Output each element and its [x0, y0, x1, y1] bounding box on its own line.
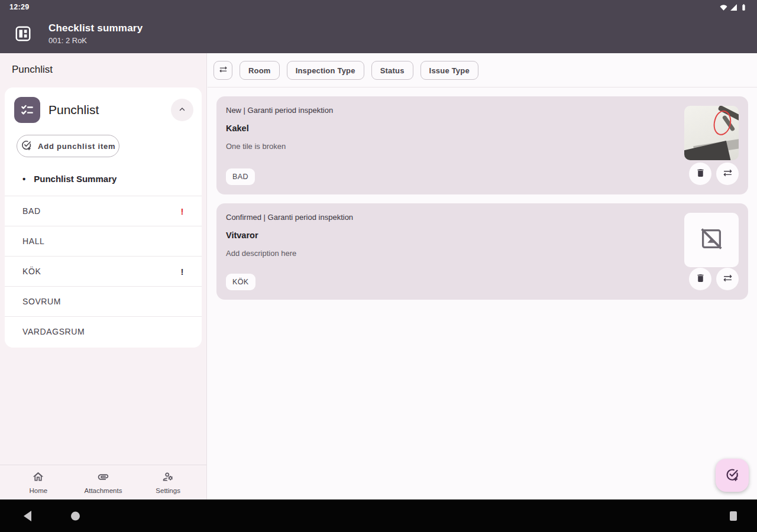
sidebar: Punchlist Punchlist — [0, 53, 207, 499]
card-actions — [689, 268, 739, 290]
room-label: KÖK — [22, 267, 41, 276]
trash-icon — [695, 273, 706, 285]
add-task-icon — [725, 468, 739, 484]
nav-label: Settings — [156, 487, 180, 494]
card-actions — [689, 163, 739, 185]
room-label: HALL — [22, 236, 44, 246]
room-row-hall[interactable]: HALL — [5, 226, 202, 257]
item-description: Add description here — [226, 249, 682, 258]
manage-accounts-icon — [162, 471, 174, 485]
checklist-icon — [14, 97, 40, 123]
filter-chip-row: Room Inspection Type Status Issue Type — [208, 53, 757, 82]
app-bar: Checklist summary 001: 2 RoK — [0, 14, 757, 53]
android-back-button[interactable] — [24, 511, 31, 521]
collapse-punchlist-button[interactable] — [171, 99, 193, 121]
room-label: SOVRUM — [22, 297, 61, 306]
sort-filter-chip[interactable] — [213, 61, 232, 80]
nav-label: Attachments — [85, 487, 122, 494]
add-punchlist-item-label: Add punchlist item — [38, 142, 115, 151]
cell-signal-icon — [730, 4, 737, 11]
item-status: New | Garanti period inspektion — [226, 106, 682, 115]
swap-arrows-icon — [723, 168, 733, 180]
delete-item-button[interactable] — [689, 268, 711, 290]
room-row-kok[interactable]: KÖK ! — [5, 257, 202, 287]
alert-badge: ! — [180, 206, 184, 216]
bottom-navigation: Home Attachments Settings — [0, 465, 206, 499]
item-title: Vitvaror — [226, 231, 682, 240]
chevron-up-icon — [178, 105, 186, 115]
swap-arrows-icon — [723, 273, 733, 285]
item-room-chip[interactable]: KÖK — [226, 274, 255, 290]
delete-item-button[interactable] — [689, 163, 711, 185]
no-image-icon — [698, 225, 725, 255]
dashboard-icon[interactable] — [14, 25, 32, 43]
card-text-column: Confirmed | Garanti period inspektion Vi… — [226, 213, 682, 290]
home-icon — [32, 471, 44, 485]
app-screen: 12:29 — [0, 0, 757, 532]
transfer-item-button[interactable] — [716, 268, 739, 290]
page-title: Checklist summary — [48, 22, 143, 34]
sidebar-heading: Punchlist — [0, 53, 206, 76]
item-room-chip[interactable]: BAD — [226, 168, 255, 185]
room-label: VARDAGSRUM — [22, 327, 85, 336]
status-bar: 12:29 — [0, 0, 757, 14]
filter-chip-room[interactable]: Room — [240, 61, 280, 80]
filter-chip-inspection-type[interactable]: Inspection Type — [287, 61, 364, 80]
add-task-icon — [21, 140, 32, 153]
trash-icon — [695, 168, 706, 180]
nav-item-home[interactable]: Home — [18, 471, 59, 494]
item-status: Confirmed | Garanti period inspektion — [226, 213, 682, 222]
punchlist-summary-label: Punchlist Summary — [34, 174, 117, 184]
battery-icon — [740, 4, 748, 11]
android-navigation-bar — [0, 499, 757, 532]
nav-item-attachments[interactable]: Attachments — [82, 471, 124, 494]
sort-filter-icon — [219, 65, 228, 76]
add-punchlist-item-button[interactable]: Add punchlist item — [17, 135, 119, 157]
punchlist-summary-link[interactable]: • Punchlist Summary — [5, 160, 202, 196]
bullet-icon: • — [22, 174, 25, 183]
issue-photo-thumbnail[interactable] — [684, 106, 739, 160]
divider — [208, 87, 757, 87]
status-icons — [720, 4, 748, 11]
attachment-icon — [97, 471, 109, 485]
transfer-item-button[interactable] — [716, 163, 739, 185]
room-row-bad[interactable]: BAD ! — [5, 196, 202, 226]
card-media-column — [682, 106, 739, 185]
room-row-vardagsrum[interactable]: VARDAGSRUM — [5, 317, 202, 346]
item-description: One tile is broken — [226, 142, 682, 151]
punchlist-panel: Punchlist Add punchlist item — [5, 87, 202, 348]
punchlist-panel-title: Punchlist — [48, 103, 171, 117]
android-home-button[interactable] — [71, 511, 80, 520]
app-bar-titles: Checklist summary 001: 2 RoK — [48, 22, 143, 45]
nav-item-settings[interactable]: Settings — [147, 471, 189, 494]
main-content: Room Inspection Type Status Issue Type N… — [208, 53, 757, 499]
room-label: BAD — [22, 206, 41, 216]
status-time: 12:29 — [9, 3, 29, 11]
card-media-column — [682, 213, 739, 290]
punchlist-item-card[interactable]: Confirmed | Garanti period inspektion Vi… — [216, 203, 748, 300]
punchlist-panel-header: Punchlist — [5, 87, 202, 130]
nav-label: Home — [29, 487, 47, 494]
filter-chip-status[interactable]: Status — [371, 61, 413, 80]
room-list: BAD ! HALL KÖK ! SOVRUM VARDAGSRUM — [5, 196, 202, 346]
page-subtitle: 001: 2 RoK — [48, 36, 143, 45]
wifi-icon — [720, 4, 727, 11]
add-punchlist-item-fab[interactable] — [716, 459, 749, 492]
filter-chip-issue-type[interactable]: Issue Type — [420, 61, 478, 80]
android-recents-button[interactable] — [730, 511, 737, 521]
top-header: 12:29 — [0, 0, 757, 53]
card-text-column: New | Garanti period inspektion Kakel On… — [226, 106, 682, 185]
no-image-placeholder[interactable] — [684, 213, 739, 267]
item-title: Kakel — [226, 124, 682, 133]
room-row-sovrum[interactable]: SOVRUM — [5, 287, 202, 317]
punchlist-item-card[interactable]: New | Garanti period inspektion Kakel On… — [216, 96, 748, 194]
alert-badge: ! — [180, 267, 184, 277]
